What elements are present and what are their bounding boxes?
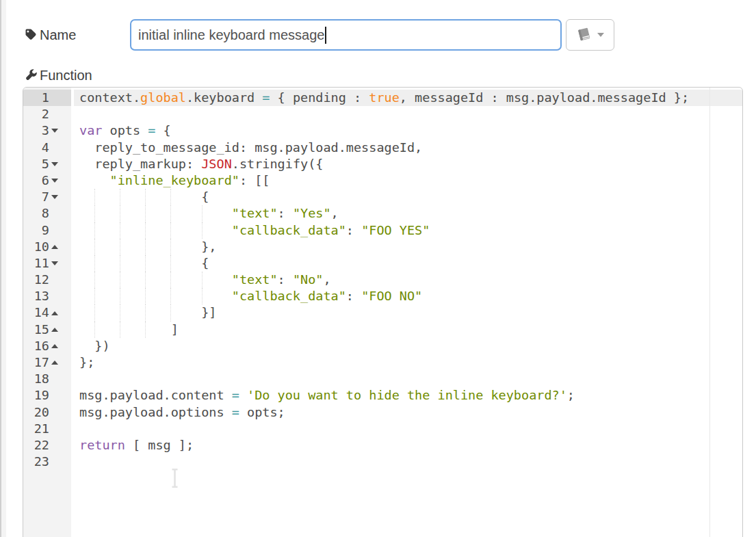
- gutter-cell: 14: [23, 304, 71, 321]
- line-number: 1: [23, 90, 49, 106]
- fold-spacer: [49, 205, 60, 222]
- code-text[interactable]: }): [74, 338, 742, 354]
- code-line[interactable]: 18: [23, 371, 742, 387]
- indent-guide: [145, 205, 146, 222]
- code-line[interactable]: 9 "callback_data": "FOO YES": [23, 222, 742, 239]
- line-number: 11: [23, 255, 49, 272]
- code-line[interactable]: 22return [ msg ];: [23, 437, 742, 454]
- indent-guide: [145, 272, 146, 288]
- code-line[interactable]: 2: [23, 106, 742, 122]
- code-text[interactable]: "callback_data": "FOO YES": [74, 222, 742, 239]
- code-text[interactable]: "callback_data": "FOO NO": [74, 288, 742, 304]
- code-line[interactable]: 17};: [23, 354, 742, 371]
- code-text[interactable]: context.global.keyboard = { pending : tr…: [74, 90, 742, 106]
- code-text[interactable]: "text": "No",: [74, 272, 742, 288]
- code-text[interactable]: reply_to_message_id: msg.payload.message…: [74, 140, 742, 156]
- line-number: 23: [23, 454, 49, 470]
- indent-guide: [94, 322, 95, 338]
- line-number: 22: [23, 437, 49, 454]
- indent-guide: [94, 304, 95, 321]
- fold-toggle-icon[interactable]: [49, 322, 60, 338]
- code-text[interactable]: [74, 371, 742, 387]
- gutter-cell: 3: [23, 122, 71, 139]
- fold-spacer: [49, 222, 60, 239]
- code-text[interactable]: reply_markup: JSON.stringify({: [74, 156, 742, 172]
- indent-guide: [94, 222, 95, 239]
- code-line[interactable]: 20msg.payload.options = opts;: [23, 404, 742, 421]
- code-line[interactable]: 11 {: [23, 255, 742, 272]
- code-line[interactable]: 4 reply_to_message_id: msg.payload.messa…: [23, 140, 742, 156]
- name-input[interactable]: initial inline keyboard message: [130, 19, 562, 51]
- code-text[interactable]: "text": "Yes",: [74, 205, 742, 222]
- line-number: 18: [23, 371, 49, 387]
- ibeam-mouse-cursor: [170, 468, 180, 491]
- line-number: 5: [23, 156, 49, 172]
- fold-toggle-icon[interactable]: [49, 156, 60, 172]
- line-number: 20: [23, 404, 49, 421]
- code-text[interactable]: [74, 421, 742, 437]
- function-code-editor[interactable]: 1context.global.keyboard = { pending : t…: [23, 87, 743, 537]
- code-line[interactable]: 10 },: [23, 239, 742, 255]
- code-line[interactable]: 13 "callback_data": "FOO NO": [23, 288, 742, 304]
- fold-toggle-icon[interactable]: [49, 304, 60, 321]
- code-text[interactable]: ]: [74, 322, 742, 338]
- fold-toggle-icon[interactable]: [49, 338, 60, 354]
- gutter-cell: 12: [23, 272, 71, 288]
- line-number: 21: [23, 421, 49, 437]
- gutter-cell: 13: [23, 288, 71, 304]
- code-line[interactable]: 6 "inline_keyboard": [[: [23, 172, 742, 189]
- code-text[interactable]: {: [74, 189, 742, 205]
- fold-spacer: [49, 272, 60, 288]
- code-line[interactable]: 8 "text": "Yes",: [23, 205, 742, 222]
- fold-toggle-icon[interactable]: [49, 189, 60, 205]
- code-line[interactable]: 23: [23, 454, 742, 470]
- gutter-cell: 19: [23, 387, 71, 404]
- code-text[interactable]: msg.payload.options = opts;: [74, 404, 742, 421]
- code-line[interactable]: 5 reply_markup: JSON.stringify({: [23, 156, 742, 172]
- gutter-cell: 6: [23, 172, 71, 189]
- indent-guide: [120, 304, 120, 321]
- code-text[interactable]: [74, 106, 742, 122]
- fold-spacer: [49, 437, 60, 454]
- code-line[interactable]: 16 }): [23, 338, 742, 354]
- code-line[interactable]: 1context.global.keyboard = { pending : t…: [23, 90, 742, 106]
- indent-guide: [170, 304, 171, 321]
- code-line[interactable]: 14 }]: [23, 304, 742, 321]
- fold-toggle-icon[interactable]: [49, 172, 60, 189]
- fold-spacer: [49, 404, 60, 421]
- text-caret: [325, 27, 326, 44]
- indent-guide: [145, 189, 146, 205]
- fold-toggle-icon[interactable]: [49, 354, 60, 371]
- fold-toggle-icon[interactable]: [49, 122, 60, 139]
- fold-spacer: [49, 140, 60, 156]
- fold-spacer: [49, 387, 60, 404]
- code-text[interactable]: "inline_keyboard": [[: [74, 172, 742, 189]
- indent-guide: [120, 205, 120, 222]
- code-line[interactable]: 12 "text": "No",: [23, 272, 742, 288]
- code-text[interactable]: };: [74, 354, 742, 371]
- indent-guide: [202, 272, 203, 288]
- code-text[interactable]: var opts = {: [74, 122, 742, 139]
- code-line[interactable]: 21: [23, 421, 742, 437]
- code-line[interactable]: 7 {: [23, 189, 742, 205]
- code-line[interactable]: 15 ]: [23, 322, 742, 338]
- line-number: 8: [23, 205, 49, 222]
- indent-guide: [145, 255, 146, 272]
- gutter-cell: 1: [23, 90, 71, 106]
- library-button[interactable]: [566, 19, 614, 51]
- code-line[interactable]: 19msg.payload.content = 'Do you want to …: [23, 387, 742, 404]
- line-number: 4: [23, 140, 49, 156]
- indent-guide: [170, 222, 171, 239]
- code-text[interactable]: return [ msg ];: [74, 437, 742, 454]
- fold-toggle-icon[interactable]: [49, 239, 60, 255]
- code-text[interactable]: {: [74, 255, 742, 272]
- fold-toggle-icon[interactable]: [49, 255, 60, 272]
- code-text[interactable]: msg.payload.content = 'Do you want to hi…: [74, 387, 742, 404]
- indent-guide: [170, 272, 171, 288]
- tag-icon: [25, 28, 37, 43]
- code-text[interactable]: }]: [74, 304, 742, 321]
- indent-guide: [120, 189, 120, 205]
- indent-guide: [120, 322, 120, 338]
- code-line[interactable]: 3var opts = {: [23, 122, 742, 139]
- code-text[interactable]: },: [74, 239, 742, 255]
